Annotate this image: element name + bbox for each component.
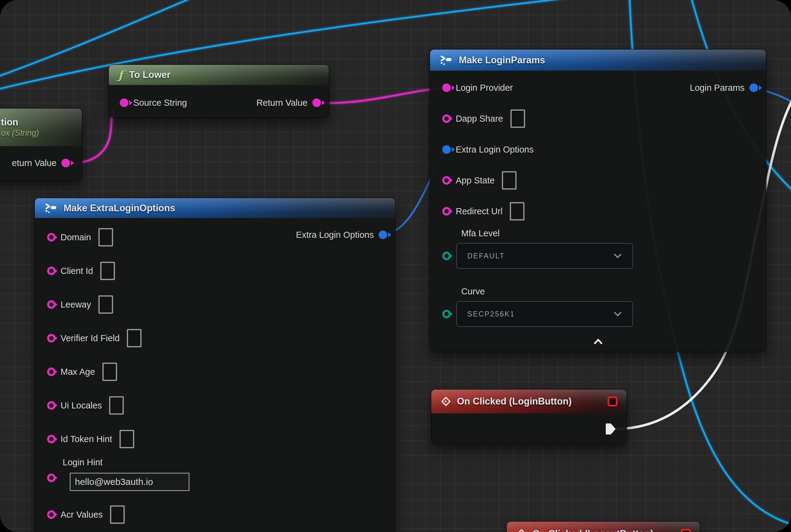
node-title: To Lower xyxy=(129,70,170,80)
node-title: On Clicked (LogoutButton) xyxy=(533,528,654,532)
pin-label: Return Value xyxy=(256,98,307,108)
node-text-box-header: tion ox (String) xyxy=(0,109,82,146)
event-binding-badge xyxy=(681,529,691,532)
leeway-pin[interactable] xyxy=(47,300,56,309)
pin-label: Max Age xyxy=(60,367,95,377)
app-state-pin[interactable] xyxy=(442,176,451,185)
mfa-level-label: Mfa Level xyxy=(461,228,633,240)
pin-label: Ui Locales xyxy=(60,401,102,411)
pin-row-extra-login-options-in: Extra Login Options xyxy=(430,140,534,159)
pin-label: Leeway xyxy=(60,300,91,310)
blueprint-graph-canvas[interactable]: tion ox (String) eturn Value ƒ To Lower … xyxy=(0,0,791,532)
pin-row-client-id: Client Id xyxy=(35,261,115,281)
source-string-pin[interactable] xyxy=(120,98,128,107)
pin-label: Login Params xyxy=(690,83,745,93)
return-value-pin[interactable] xyxy=(312,98,321,107)
make-login-params-header: Make LoginParams xyxy=(430,50,766,71)
pin-label: App State xyxy=(456,175,495,186)
max-age-checkbox[interactable] xyxy=(102,363,117,381)
collapse-chevron-up-icon[interactable] xyxy=(593,338,603,345)
acr-values-pin[interactable] xyxy=(47,510,56,519)
node-make-login-params[interactable]: Make LoginParams Login Provider Login Pa… xyxy=(430,50,766,352)
node-subtitle: ox (String) xyxy=(1,128,39,138)
node-make-extra-login-options[interactable]: Make ExtraLoginOptions Domain Client Id … xyxy=(35,198,395,532)
pin-label: Client Id xyxy=(60,266,93,276)
pin-row-verifier-id-field: Verifier Id Field xyxy=(35,328,141,348)
curve-label: Curve xyxy=(461,286,633,298)
login-hint-pin[interactable] xyxy=(47,474,56,482)
pin-label: Extra Login Options xyxy=(296,230,374,240)
client-id-pin[interactable] xyxy=(47,267,56,275)
extra-login-options-output-pin[interactable] xyxy=(379,230,387,239)
pin-label: eturn Value xyxy=(12,158,57,168)
login-provider-pin[interactable] xyxy=(442,83,451,92)
node-title: On Clicked (LoginButton) xyxy=(457,396,572,407)
max-age-pin[interactable] xyxy=(47,367,56,376)
node-on-clicked-logout-button[interactable]: On Clicked (LogoutButton) xyxy=(507,521,700,532)
pin-row-source-string: Source String xyxy=(109,93,187,113)
curve-group: Curve SECP256K1 xyxy=(442,286,633,327)
app-state-checkbox[interactable] xyxy=(502,171,517,190)
ui-locales-checkbox[interactable] xyxy=(109,396,124,415)
acr-values-checkbox[interactable] xyxy=(110,506,125,524)
pin-row-return-value-partial: eturn Value xyxy=(12,153,70,173)
make-extra-login-options-header: Make ExtraLoginOptions xyxy=(35,198,395,218)
to-lower-header: ƒ To Lower xyxy=(109,65,329,85)
pin-row-max-age: Max Age xyxy=(35,362,117,382)
event-diamond-icon xyxy=(516,528,527,532)
verifier-id-field-pin[interactable] xyxy=(47,334,56,342)
pin-row-id-token-hint: Id Token Hint xyxy=(35,429,134,449)
string-output-pin[interactable] xyxy=(61,159,70,167)
leeway-checkbox[interactable] xyxy=(98,296,113,314)
mfa-level-dropdown[interactable]: DEFAULT xyxy=(456,243,633,269)
login-params-output-pin[interactable] xyxy=(749,83,758,92)
node-title: Make LoginParams xyxy=(459,55,545,66)
redirect-url-pin[interactable] xyxy=(442,207,451,215)
pin-label: Id Token Hint xyxy=(60,434,112,444)
domain-pin[interactable] xyxy=(47,233,56,242)
curve-dropdown[interactable]: SECP256K1 xyxy=(456,301,633,327)
node-title: tion xyxy=(1,117,18,128)
on-clicked-logout-header: On Clicked (LogoutButton) xyxy=(507,521,700,532)
ui-locales-pin[interactable] xyxy=(47,401,56,410)
chevron-down-icon xyxy=(613,253,622,259)
chevron-down-icon xyxy=(613,311,622,317)
curve-value: SECP256K1 xyxy=(467,310,515,318)
pin-row-acr-values: Acr Values xyxy=(35,505,125,524)
curve-pin[interactable] xyxy=(442,310,451,318)
pin-row-leeway: Leeway xyxy=(35,295,113,314)
mfa-level-pin[interactable] xyxy=(442,252,451,260)
node-to-lower[interactable]: ƒ To Lower Source String Return Value xyxy=(109,65,329,118)
node-title: Make ExtraLoginOptions xyxy=(63,203,175,214)
pin-label: Acr Values xyxy=(60,510,103,520)
pin-label: Redirect Url xyxy=(456,206,502,216)
pin-label: Domain xyxy=(60,232,91,243)
pin-row-ui-locales: Ui Locales xyxy=(35,396,124,415)
event-binding-badge xyxy=(607,397,617,406)
pin-label: Source String xyxy=(133,98,187,108)
redirect-url-checkbox[interactable] xyxy=(510,202,524,221)
id-token-hint-checkbox[interactable] xyxy=(119,430,134,448)
pin-label: Login Provider xyxy=(456,83,513,93)
dapp-share-pin[interactable] xyxy=(442,114,451,123)
extra-login-options-input-pin[interactable] xyxy=(442,145,451,154)
pin-row-domain: Domain xyxy=(35,227,113,247)
make-struct-icon xyxy=(439,55,453,65)
dapp-share-checkbox[interactable] xyxy=(510,110,525,128)
event-diamond-icon xyxy=(440,396,451,407)
node-on-clicked-login-button[interactable]: On Clicked (LoginButton) xyxy=(431,390,626,444)
exec-output-pin[interactable] xyxy=(606,423,616,435)
make-struct-icon xyxy=(44,203,57,213)
mfa-level-group: Mfa Level DEFAULT xyxy=(442,228,633,269)
domain-checkbox[interactable] xyxy=(98,228,113,246)
pin-row-return-value: Return Value xyxy=(256,93,321,113)
pin-row-redirect-url: Redirect Url xyxy=(430,202,524,221)
pin-row-login-provider: Login Provider xyxy=(430,78,513,97)
id-token-hint-pin[interactable] xyxy=(47,435,56,443)
login-hint-label: Login Hint xyxy=(63,457,103,468)
verifier-id-field-checkbox[interactable] xyxy=(127,329,141,347)
login-hint-input[interactable] xyxy=(70,473,190,491)
client-id-checkbox[interactable] xyxy=(100,262,115,280)
node-text-box-partial[interactable]: tion ox (String) eturn Value xyxy=(0,109,82,180)
pin-row-app-state: App State xyxy=(430,171,517,190)
